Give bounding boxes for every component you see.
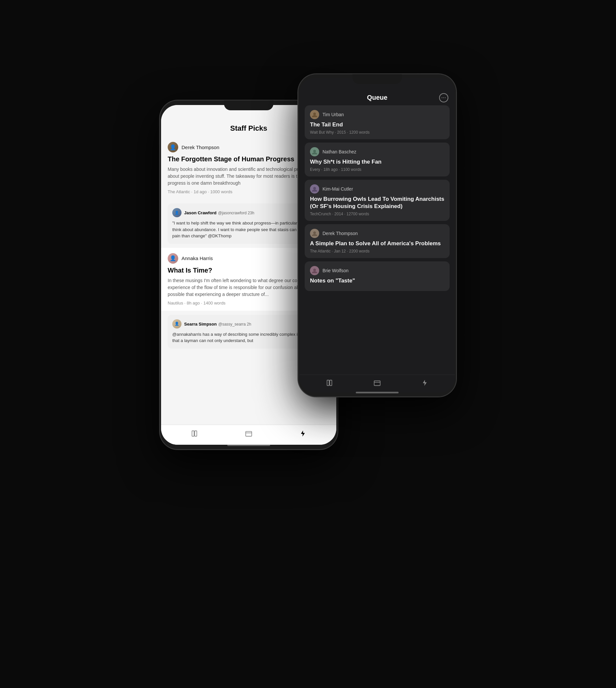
svg-rect-15 bbox=[374, 381, 380, 386]
avatar bbox=[310, 266, 319, 275]
avatar bbox=[168, 142, 178, 153]
tweet-author-info: Jason Crawford @jasoncrawford 23h bbox=[184, 210, 316, 215]
svg-rect-0 bbox=[192, 431, 194, 436]
queue-item[interactable]: Brie Wolfson Notes on "Taste" bbox=[305, 261, 450, 291]
svg-rect-13 bbox=[327, 380, 329, 386]
avatar bbox=[310, 184, 319, 193]
tweet-author-info: Searra Simpson @sassy_searra 2h bbox=[184, 321, 316, 327]
queue-item-meta: Every · 18h ago · 1100 words bbox=[310, 167, 444, 172]
queue-item-title: Notes on "Taste" bbox=[310, 277, 444, 284]
queue-item[interactable]: Nathan Baschez Why Sh*t is Hitting the F… bbox=[305, 142, 450, 177]
bottom-nav-right bbox=[300, 375, 455, 393]
svg-rect-14 bbox=[330, 380, 332, 386]
svg-rect-1 bbox=[195, 431, 197, 436]
nav-inbox-icon[interactable] bbox=[373, 378, 382, 387]
left-phone-notch bbox=[224, 100, 273, 110]
tweet-handle: @jasoncrawford 23h bbox=[218, 211, 254, 215]
right-phone-notch bbox=[352, 74, 402, 84]
home-indicator bbox=[356, 392, 399, 393]
queue-item-meta: TechCrunch · 2014 · 12700 words bbox=[310, 212, 444, 216]
phones-container: Staff Picks Derek Thompson The Forgotten… bbox=[160, 48, 456, 640]
tweet-handle: @sassy_searra 2h bbox=[218, 322, 251, 326]
nav-books-icon[interactable] bbox=[190, 429, 199, 438]
avatar bbox=[310, 147, 319, 156]
queue-item-meta: The Atlantic · Jan 12 · 2200 words bbox=[310, 249, 444, 253]
svg-point-10 bbox=[313, 231, 316, 234]
queue-author-name: Kim-Mai Cutler bbox=[323, 186, 353, 191]
queue-author-row: Brie Wolfson bbox=[310, 266, 444, 275]
queue-content: Tim Urban The Tail End Wait But Why · 20… bbox=[300, 105, 455, 375]
avatar bbox=[168, 253, 178, 264]
queue-more-button[interactable]: ··· bbox=[439, 93, 448, 102]
queue-item-title: A Simple Plan to Solve All of America's … bbox=[310, 240, 444, 247]
tweet-avatar bbox=[172, 319, 181, 328]
nav-books-icon[interactable] bbox=[325, 378, 334, 387]
svg-point-6 bbox=[313, 150, 316, 153]
queue-author-name: Tim Urban bbox=[323, 112, 344, 117]
queue-title: Queue bbox=[367, 94, 388, 101]
queue-item-meta: Wait But Why · 2015 · 1200 words bbox=[310, 130, 444, 135]
svg-point-12 bbox=[313, 269, 316, 271]
avatar bbox=[310, 229, 319, 238]
queue-author-row: Tim Urban bbox=[310, 110, 444, 119]
queue-author-name: Nathan Baschez bbox=[323, 149, 356, 154]
right-phone-screen: Queue ··· bbox=[300, 78, 455, 393]
queue-author-row: Derek Thompson bbox=[310, 229, 444, 238]
queue-item-title: The Tail End bbox=[310, 121, 444, 129]
queue-author-row: Kim-Mai Cutler bbox=[310, 184, 444, 193]
queue-item[interactable]: Derek Thompson A Simple Plan to Solve Al… bbox=[305, 224, 450, 258]
staff-picks-title: Staff Picks bbox=[230, 124, 267, 133]
svg-point-4 bbox=[313, 113, 316, 115]
author-name: Annaka Harris bbox=[181, 255, 213, 261]
home-indicator bbox=[227, 444, 270, 446]
queue-author-row: Nathan Baschez bbox=[310, 147, 444, 156]
queue-author-name: Derek Thompson bbox=[323, 231, 358, 236]
queue-author-name: Brie Wolfson bbox=[323, 268, 349, 273]
queue-item-title: Why Sh*t is Hitting the Fan bbox=[310, 158, 444, 166]
svg-point-8 bbox=[313, 187, 316, 190]
queue-header: Queue ··· bbox=[300, 91, 455, 105]
avatar bbox=[310, 110, 319, 119]
bottom-nav-left bbox=[161, 425, 336, 445]
nav-lightning-icon[interactable] bbox=[420, 378, 429, 387]
svg-rect-2 bbox=[246, 432, 252, 436]
queue-item[interactable]: Kim-Mai Cutler How Burrowing Owls Lead T… bbox=[305, 180, 450, 221]
queue-item[interactable]: Tim Urban The Tail End Wait But Why · 20… bbox=[305, 105, 450, 139]
queue-item-title: How Burrowing Owls Lead To Vomiting Anar… bbox=[310, 196, 444, 210]
tweet-avatar bbox=[172, 208, 181, 217]
right-phone: Queue ··· bbox=[298, 74, 456, 397]
tweet-name: Searra Simpson bbox=[184, 322, 217, 326]
author-name: Derek Thompson bbox=[181, 144, 219, 150]
nav-lightning-icon[interactable] bbox=[298, 429, 307, 438]
tweet-name: Jason Crawford bbox=[184, 210, 216, 215]
nav-inbox-icon[interactable] bbox=[244, 429, 253, 438]
